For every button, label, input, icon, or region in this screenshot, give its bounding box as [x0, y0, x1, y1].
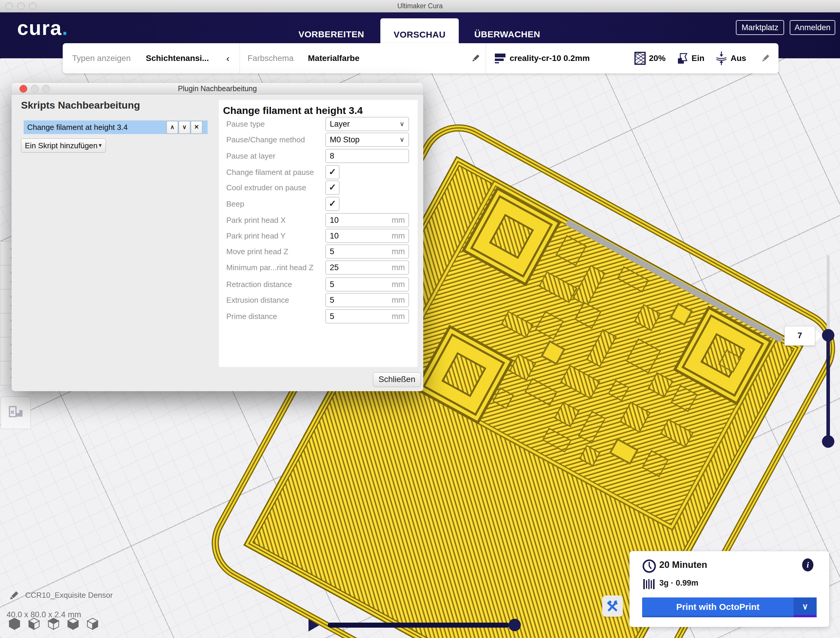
field-label-cool-extruder-on-pause: Cool extruder on pause [226, 180, 306, 195]
script-remove-button[interactable]: ✕ [191, 121, 202, 134]
model-name[interactable]: CCR10_Exquisite Densor [25, 591, 113, 600]
print-time-estimate: 20 Minuten [659, 560, 707, 570]
qr-pattern-block [541, 340, 565, 365]
field-label-pause-at-layer: Pause at layer [226, 149, 275, 163]
change-filament-at-pause-checkbox[interactable]: ✓ [325, 165, 339, 179]
printer-profile-value[interactable]: creality-cr-10 0.2mm [510, 43, 590, 73]
color-scheme-value[interactable]: Materialfarbe [308, 43, 359, 73]
qr-pattern-block [501, 311, 534, 338]
collapse-chevron-icon[interactable]: ‹ [226, 43, 229, 73]
playback-slider-handle[interactable] [508, 619, 521, 631]
pause-change-method-select[interactable]: M0 Stop∨ [325, 133, 409, 147]
infill-value[interactable]: 20% [649, 43, 665, 73]
playback-slider-track[interactable] [328, 623, 509, 628]
qr-pattern-block [671, 385, 698, 412]
print-button-label: Print with OctoPrint [642, 597, 794, 617]
qr-pattern-block [586, 329, 617, 367]
rename-model-pencil-icon[interactable] [8, 589, 20, 602]
cool-extruder-on-pause-checkbox[interactable]: ✓ [325, 180, 339, 195]
script-list-item-selected[interactable]: Change filament at height 3.4 ∧ ∨ ✕ [24, 120, 208, 134]
qr-pattern-block [509, 354, 536, 381]
beep-checkbox[interactable]: ✓ [325, 197, 339, 211]
pause-at-layer-input[interactable]: 8 [325, 149, 409, 163]
field-row-prime-distance: Prime distance5mm [226, 309, 413, 323]
qr-pattern-block [626, 338, 661, 374]
qr-pattern-block [619, 402, 651, 433]
window-titlebar[interactable]: Ultimaker Cura [0, 0, 840, 13]
dialog-close-button[interactable] [19, 85, 27, 93]
qr-pattern-block [575, 302, 602, 329]
select-caret-icon: ∨ [399, 133, 404, 146]
qr-pattern-block [617, 266, 649, 292]
layers-icon [495, 52, 507, 65]
adjust-tools-button[interactable] [602, 595, 623, 617]
qr-pattern-block [578, 411, 606, 444]
view-front-icon[interactable] [28, 617, 40, 630]
field-label-park-print-head-y: Park print head Y [226, 229, 286, 243]
qr-pattern-block [542, 427, 572, 453]
adhesion-value[interactable]: Aus [731, 43, 746, 73]
prime-distance-input[interactable]: 5mm [325, 309, 409, 323]
field-row-beep: Beep✓ [226, 197, 413, 211]
signin-button[interactable]: Anmelden [790, 20, 835, 35]
qr-pattern-block [660, 419, 694, 448]
dialog-zoom-button[interactable] [42, 85, 50, 93]
cura-logo: cura. [17, 16, 68, 40]
view-top-icon[interactable] [47, 617, 60, 630]
qr-finder-square [414, 325, 514, 425]
layer-slider-range[interactable] [826, 335, 830, 442]
view-right-icon[interactable] [86, 617, 99, 630]
support-value[interactable]: Ein [692, 43, 704, 73]
dialog-title: Plugin Nachbearbeitung [11, 83, 423, 94]
qr-pattern-block [648, 372, 673, 398]
toolbar-divider [486, 43, 486, 73]
field-row-pause-type: Pause typeLayer∨ [226, 117, 413, 131]
park-print-head-y-input[interactable]: 10mm [325, 229, 409, 243]
per-model-settings-icon [7, 404, 24, 421]
dialog-titlebar[interactable]: Plugin Nachbearbeitung [11, 83, 423, 94]
dialog-minimize-button[interactable] [31, 85, 39, 93]
logo-dot: . [62, 17, 68, 39]
retraction-distance-input[interactable]: 5mm [325, 277, 409, 291]
field-label-pause-change-method: Pause/Change method [226, 133, 305, 147]
view-left-icon[interactable] [67, 617, 79, 630]
qr-pattern-block [579, 445, 600, 466]
field-row-change-filament-at-pause: Change filament at pause✓ [226, 165, 413, 179]
edit-pencil-icon[interactable] [470, 53, 481, 63]
extrusion-distance-input[interactable]: 5mm [325, 293, 409, 307]
scripts-heading: Skripts Nachbearbeitung [21, 100, 140, 111]
window-title: Ultimaker Cura [0, 0, 840, 12]
field-row-extrusion-distance: Extrusion distance5mm [226, 293, 413, 307]
field-unit: mm [392, 278, 405, 291]
per-model-settings-button[interactable] [1, 397, 31, 429]
play-button[interactable] [308, 619, 319, 632]
pause-type-select[interactable]: Layer∨ [325, 117, 409, 131]
support-icon [677, 52, 690, 65]
minimum-par-rint-head-z-input[interactable]: 25mm [325, 260, 409, 275]
info-icon[interactable]: i [802, 559, 813, 572]
field-label-move-print-head-z: Move print head Z [226, 244, 288, 259]
qr-pattern-block [535, 311, 564, 340]
view-3d-icon[interactable] [8, 617, 21, 630]
field-row-park-print-head-y: Park print head Y10mm [226, 229, 413, 243]
add-script-dropdown[interactable]: Ein Skript hinzufügen ▼ [21, 138, 106, 153]
view-toolbar: Typen anzeigen Schichtenansi... ‹ Farbsc… [63, 43, 778, 73]
park-print-head-x-input[interactable]: 10mm [325, 213, 409, 227]
filament-icon [643, 578, 656, 591]
script-move-down-button[interactable]: ∨ [178, 121, 190, 134]
close-dialog-button[interactable]: Schließen [373, 372, 421, 387]
qr-pattern-block [641, 450, 669, 477]
print-button-dropdown[interactable]: ∨ [794, 597, 816, 617]
script-move-up-button[interactable]: ∧ [167, 121, 178, 134]
view-orientation-bar [8, 617, 106, 630]
post-processing-dialog: Plugin Nachbearbeitung Skripts Nachbearb… [11, 83, 423, 391]
clock-icon [642, 559, 656, 573]
view-type-value[interactable]: Schichtenansi... [146, 43, 209, 73]
layer-slider-upper-handle[interactable] [822, 329, 834, 342]
edit-pencil-icon[interactable] [760, 53, 771, 63]
move-print-head-z-input[interactable]: 5mm [325, 244, 409, 259]
qr-pattern-block [560, 365, 600, 399]
marketplace-button[interactable]: Marktplatz [736, 20, 784, 35]
print-with-octoprint-button[interactable]: Print with OctoPrint ∨ [642, 597, 816, 617]
layer-slider-lower-handle[interactable] [822, 435, 834, 448]
